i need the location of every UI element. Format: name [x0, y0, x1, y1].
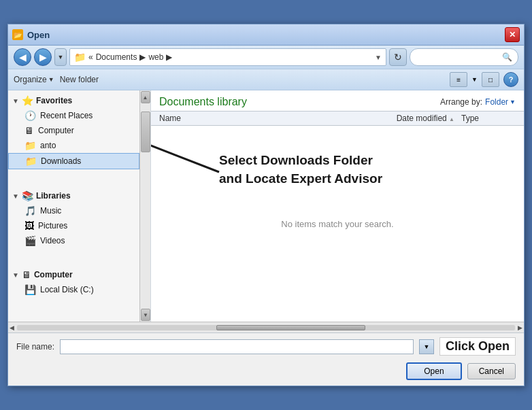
- col-type[interactable]: Type: [461, 114, 516, 123]
- favorites-icon: ⭐: [22, 95, 33, 106]
- scroll-down-arrow[interactable]: ▼: [141, 309, 150, 321]
- sidebar: ▼ ⭐ Favorites 🕐 Recent Places 🖥 Computer…: [8, 90, 151, 322]
- close-button[interactable]: ✕: [505, 27, 520, 42]
- title-bar-left: 📂 Open: [12, 29, 50, 40]
- refresh-button[interactable]: ↻: [389, 48, 407, 66]
- computer-label: Computer: [38, 126, 74, 135]
- col-name[interactable]: Name: [159, 114, 352, 123]
- anto-label: anto: [40, 141, 56, 150]
- date-modified-label[interactable]: Date modified: [397, 114, 447, 123]
- content-body: No items match your search.: [151, 126, 524, 322]
- arrange-by: Arrange by: Folder ▼: [440, 97, 516, 107]
- open-button[interactable]: Open: [406, 362, 461, 380]
- videos-icon: 🎬: [24, 235, 36, 246]
- content-title: Documents library: [159, 96, 247, 108]
- libraries-label: Libraries: [36, 191, 71, 201]
- new-folder-button[interactable]: New folder: [60, 75, 99, 84]
- column-headers: Name Date modified ▲ Type: [151, 111, 524, 126]
- pictures-icon: 🖼: [24, 220, 34, 231]
- content-header: Documents library Arrange by: Folder ▼: [151, 90, 524, 111]
- recent-places-label: Recent Places: [40, 111, 93, 120]
- help-button[interactable]: ?: [503, 72, 518, 87]
- arrange-arrow: ▼: [510, 99, 516, 105]
- file-name-input[interactable]: [60, 339, 414, 354]
- view-arrow[interactable]: ▼: [471, 76, 478, 83]
- arrange-label: Arrange by:: [440, 97, 482, 107]
- nav-toolbar: ◀ ▶ ▼ 📁 « Documents ▶ web ▶ ▼ ↻ 🔍: [8, 46, 524, 69]
- hscroll-track[interactable]: [17, 325, 515, 330]
- forward-button[interactable]: ▶: [34, 48, 52, 66]
- scroll-up-arrow[interactable]: ▲: [141, 91, 150, 103]
- computer-icon: 🖥: [24, 125, 34, 136]
- window-icon: □: [488, 76, 493, 84]
- downloads-label: Downloads: [41, 156, 81, 166]
- comp-icon: 🖥: [22, 269, 31, 280]
- local-disk-label: Local Disk (C:): [40, 285, 94, 294]
- libraries-section: ▼ 📚 Libraries 🎵 Music 🖼 Pictures 🎬: [8, 186, 139, 251]
- sidebar-item-pictures[interactable]: 🖼 Pictures: [8, 218, 139, 233]
- view-icon: ≡: [456, 76, 461, 84]
- sidebar-item-computer[interactable]: 🖥 Computer: [8, 123, 139, 138]
- sidebar-item-anto[interactable]: 📁 anto: [8, 138, 139, 153]
- file-name-dropdown[interactable]: ▼: [419, 339, 434, 354]
- button-row: Open Cancel: [8, 360, 524, 386]
- sidebar-item-local-disk[interactable]: 💾 Local Disk (C:): [8, 282, 139, 297]
- col-date-modified: Date modified ▲: [352, 114, 461, 123]
- bottom-bar: File name: ▼ Click Open: [8, 332, 524, 360]
- sort-arrow: ▲: [449, 116, 454, 122]
- computer-arrow: ▼: [12, 271, 19, 279]
- path-part-web: web: [148, 52, 163, 62]
- favorites-label: Favorites: [36, 96, 72, 105]
- sidebar-scrollbar[interactable]: ▲ ▼: [139, 90, 150, 322]
- downloads-icon: 📁: [25, 156, 37, 167]
- empty-message: No items match your search.: [281, 219, 393, 229]
- view-button[interactable]: ≡: [450, 72, 467, 87]
- click-open-label: Click Open: [439, 337, 516, 356]
- window-button[interactable]: □: [482, 72, 499, 87]
- arrange-value: Folder: [485, 97, 508, 107]
- recent-places-icon: 🕐: [24, 110, 36, 121]
- horizontal-scrollbar[interactable]: ◀ ▶: [8, 322, 524, 332]
- window-icon: 📂: [12, 29, 23, 40]
- arrange-dropdown[interactable]: Folder ▼: [485, 97, 516, 107]
- sidebar-item-videos[interactable]: 🎬 Videos: [8, 233, 139, 248]
- computer-group[interactable]: ▼ 🖥 Computer: [8, 267, 139, 282]
- hscroll-right-arrow[interactable]: ▶: [518, 324, 522, 331]
- organize-button[interactable]: Organize ▼: [14, 75, 54, 84]
- favorites-group[interactable]: ▼ ⭐ Favorites: [8, 93, 139, 108]
- main-area: ▼ ⭐ Favorites 🕐 Recent Places 🖥 Computer…: [8, 90, 524, 322]
- sidebar-item-recent-places[interactable]: 🕐 Recent Places: [8, 108, 139, 123]
- path-dropdown-arrow[interactable]: ▼: [375, 54, 382, 61]
- dropdown-button[interactable]: ▼: [54, 48, 67, 66]
- favorites-section: ▼ ⭐ Favorites 🕐 Recent Places 🖥 Computer…: [8, 90, 139, 172]
- hscroll-thumb[interactable]: [216, 325, 366, 330]
- sidebar-item-music[interactable]: 🎵 Music: [8, 203, 139, 218]
- hscroll-left-arrow[interactable]: ◀: [10, 324, 14, 331]
- back-button[interactable]: ◀: [14, 48, 31, 66]
- content-area: Documents library Arrange by: Folder ▼ N…: [151, 90, 524, 322]
- path-arrow: ▶: [139, 52, 146, 62]
- sidebar-spacer: [8, 172, 139, 186]
- libraries-icon: 📚: [22, 190, 33, 201]
- sidebar-item-downloads[interactable]: 📁 Downloads: [8, 153, 139, 169]
- pictures-label: Pictures: [38, 221, 67, 230]
- local-disk-icon: 💾: [24, 284, 36, 295]
- cancel-button[interactable]: Cancel: [467, 363, 516, 379]
- path-bar[interactable]: 📁 « Documents ▶ web ▶ ▼: [69, 48, 386, 66]
- window-title: Open: [27, 30, 50, 40]
- favorites-arrow: ▼: [12, 97, 19, 105]
- libraries-group[interactable]: ▼ 📚 Libraries: [8, 188, 139, 203]
- sidebar-spacer2: [8, 251, 139, 264]
- anto-icon: 📁: [24, 140, 36, 151]
- open-dialog: 📂 Open ✕ ◀ ▶ ▼ 📁 « Documents ▶ web ▶ ▼ ↻…: [7, 24, 525, 386]
- path-part-documents: Documents: [96, 52, 137, 62]
- music-icon: 🎵: [24, 205, 36, 216]
- back-icon: ◀: [19, 52, 27, 63]
- videos-label: Videos: [40, 236, 65, 245]
- computer-section: ▼ 🖥 Computer 💾 Local Disk (C:): [8, 264, 139, 300]
- toolbar2-right: ≡ ▼ □ ?: [450, 72, 518, 87]
- organize-arrow: ▼: [48, 76, 54, 83]
- search-bar[interactable]: 🔍: [410, 48, 518, 66]
- scroll-thumb[interactable]: [141, 112, 150, 152]
- path-folder-icon: 📁: [74, 52, 86, 63]
